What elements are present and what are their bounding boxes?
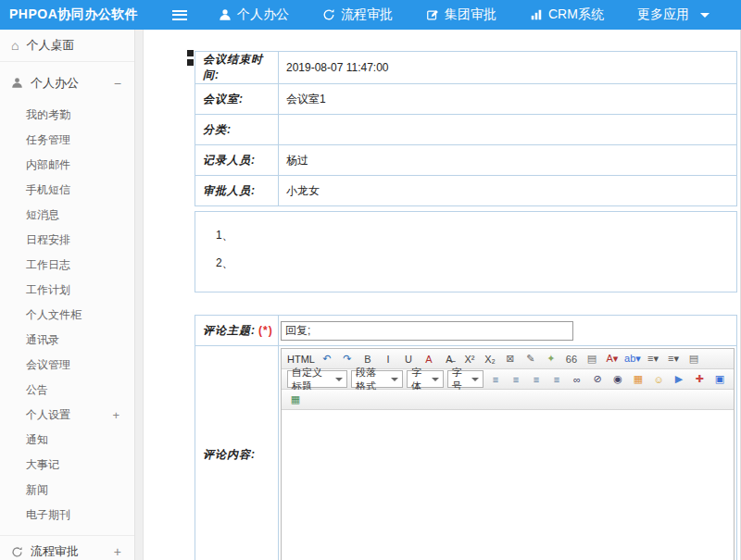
sidebar-item[interactable]: 电子期刊: [0, 503, 134, 528]
align-right-icon[interactable]: ≡: [527, 371, 546, 388]
text-color-dropdown[interactable]: A▾: [603, 351, 622, 367]
quote-icon[interactable]: 66: [562, 351, 581, 367]
table-row: 记录人员: 杨过: [195, 145, 737, 176]
nav-label: 更多应用: [637, 6, 689, 23]
select-label: 字体: [411, 366, 423, 393]
hamburger-icon[interactable]: [172, 10, 187, 20]
sidebar-item-label: 工作日志: [26, 253, 70, 278]
expand-icon[interactable]: +: [114, 544, 123, 559]
field-label: 评论内容:: [195, 346, 279, 560]
nav-workflow-approval[interactable]: 流程审批: [322, 6, 393, 23]
toolbar-select-group: 自定义标题 段落格式: [285, 370, 485, 388]
sidebar-item[interactable]: 个人文件柜: [0, 303, 134, 328]
field-label: 分类:: [195, 115, 279, 145]
remove-format-icon[interactable]: ✦: [542, 351, 560, 367]
subscript-icon[interactable]: X₂: [481, 351, 499, 367]
field-value: [279, 115, 737, 145]
align-left-icon[interactable]: ≡: [486, 371, 505, 388]
align-center-icon[interactable]: ≡: [507, 371, 525, 388]
field-value: 小龙女: [279, 176, 737, 206]
sidebar-item[interactable]: 会议管理: [0, 353, 134, 378]
new-page-icon[interactable]: ▤: [684, 351, 703, 367]
sidebar-item[interactable]: 手机短信: [0, 178, 134, 203]
sidebar-section-personal-office[interactable]: 个人办公 −: [0, 67, 134, 99]
cycle-icon: [11, 546, 23, 558]
collapse-icon[interactable]: −: [114, 76, 123, 91]
sidebar-item-label: 个人设置: [26, 403, 70, 428]
sidebar-item-label: 会议管理: [26, 353, 70, 378]
align-justify-icon[interactable]: ≡: [547, 371, 566, 388]
sidebar-item[interactable]: 个人设置 +: [0, 403, 134, 428]
font-size-select[interactable]: 字号: [447, 370, 484, 388]
attachment-icon[interactable]: ✚: [690, 371, 709, 388]
meeting-detail-table: 会议结束时间: 2019-08-07 11:47:00 会议室: 会议室1 分类…: [195, 51, 737, 206]
sidebar-item[interactable]: 工作计划: [0, 278, 134, 303]
link-icon[interactable]: ∞: [568, 371, 586, 388]
cycle-icon: [322, 8, 335, 21]
comment-subject-input[interactable]: [281, 321, 573, 341]
table-row: 审批人员: 小龙女: [195, 176, 737, 206]
code-icon[interactable]: ▣: [710, 371, 729, 388]
table-row: 分类:: [195, 115, 737, 145]
table-row: 会议室: 会议室1: [195, 84, 737, 115]
sidebar-item-desktop[interactable]: ⌂ 个人桌面: [0, 30, 134, 62]
image-icon[interactable]: ▦: [629, 371, 647, 388]
sidebar-item-label: 日程安排: [26, 228, 70, 253]
sidebar-item-label: 短消息: [26, 203, 59, 228]
sidebar-item[interactable]: 我的考勤: [0, 103, 134, 128]
comment-content-row: 评论内容: HTML ↶ ↷ B: [195, 346, 736, 560]
sidebar-item[interactable]: 通讯录: [0, 328, 134, 353]
editor-toolbar-row1: HTML ↶ ↷ B I U: [282, 349, 734, 369]
format-brush-icon[interactable]: ✎: [521, 351, 540, 367]
content-area: 会议结束时间: 2019-08-07 11:47:00 会议室: 会议室1 分类…: [144, 30, 741, 560]
ordered-list-dropdown[interactable]: ≡▾: [644, 351, 662, 367]
scrollbar-dot: [187, 59, 194, 66]
unlink-icon[interactable]: ⊘: [588, 371, 607, 388]
eraser-icon[interactable]: ⊠: [501, 351, 520, 367]
caret-down-icon: [432, 378, 439, 381]
highlight-dropdown[interactable]: ab▾: [623, 351, 642, 367]
sidebar-item[interactable]: 大事记: [0, 453, 134, 478]
sidebar-item[interactable]: 新闻: [0, 478, 134, 503]
toolbar-icon-group: ≡ ≡ ≡ ≡ ∞ ⊘: [485, 371, 730, 388]
media-icon[interactable]: ▶: [670, 371, 688, 388]
table-icon[interactable]: ▦: [286, 392, 305, 408]
sidebar-item[interactable]: 任务管理: [0, 128, 134, 153]
anchor-icon[interactable]: ◉: [609, 371, 627, 388]
nav-crm-system[interactable]: CRM系统: [530, 6, 604, 23]
sidebar-item[interactable]: 公告: [0, 378, 134, 403]
nav-more-apps[interactable]: 更多应用: [637, 6, 710, 23]
snippet-icon[interactable]: ▤: [583, 351, 601, 367]
content-scrollbar-handle[interactable]: [187, 50, 194, 68]
page-layout: ⌂ 个人桌面 个人办公 − 我的考勤 任务管理 内部邮件: [0, 30, 741, 560]
sidebar-item-label: 手机短信: [26, 178, 70, 203]
unordered-list-dropdown[interactable]: ≡▾: [664, 351, 683, 367]
field-label: 评论主题: (*): [195, 316, 279, 345]
nav-personal-office[interactable]: 个人办公: [219, 6, 289, 23]
table-row: 会议结束时间: 2019-08-07 11:47:00: [195, 52, 737, 84]
sidebar-item-label: 大事记: [26, 453, 59, 478]
sidebar-item[interactable]: 日程安排: [0, 228, 134, 253]
sidebar-item[interactable]: 通知: [0, 428, 134, 453]
sidebar-gutter: [135, 30, 144, 560]
caret-down-icon: [391, 378, 398, 381]
sidebar-item[interactable]: 内部邮件: [0, 153, 134, 178]
field-value: 杨过: [279, 145, 737, 176]
paragraph-select[interactable]: 段落格式: [351, 370, 403, 388]
caret-down-icon: [335, 378, 343, 381]
select-label: 段落格式: [356, 366, 383, 393]
font-family-select[interactable]: 字体: [407, 370, 443, 388]
nav-group-approval[interactable]: 集团审批: [426, 6, 496, 23]
nav-label: 个人办公: [237, 6, 289, 23]
sidebar-section-workflow[interactable]: 流程审批 +: [0, 535, 134, 560]
heading-select[interactable]: 自定义标题: [287, 370, 347, 388]
editor-toolbar-row3: ▦: [282, 390, 734, 410]
sidebar-item[interactable]: 工作日志: [0, 253, 134, 278]
redo-icon[interactable]: ↷: [338, 351, 357, 367]
comment-content-cell: HTML ↶ ↷ B I U: [279, 346, 736, 560]
sidebar-item[interactable]: 短消息: [0, 203, 134, 228]
chart-icon: [530, 8, 543, 21]
editor-content-area[interactable]: [282, 410, 734, 560]
comment-subject-cell: [279, 316, 736, 345]
emoticon-icon[interactable]: ☺: [649, 371, 668, 388]
